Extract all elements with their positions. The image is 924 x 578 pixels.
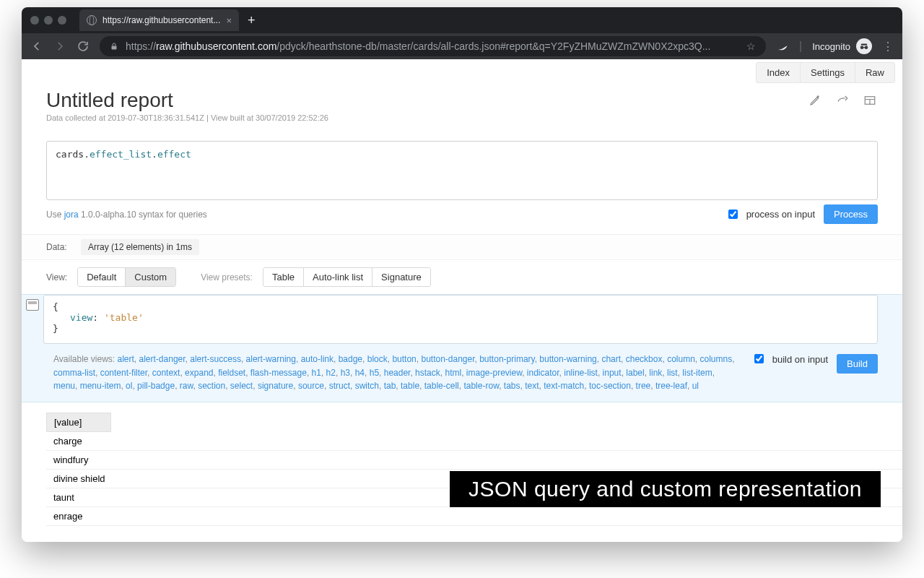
titlebar: https://raw.githubusercontent... × + <box>22 7 902 33</box>
available-view-link[interactable]: tab <box>384 381 396 391</box>
available-view-link[interactable]: ol <box>126 381 132 391</box>
page-content: Index Settings Raw Untitled report Data … <box>22 59 902 542</box>
available-view-link[interactable]: tree-leaf <box>655 381 687 391</box>
available-view-link[interactable]: table-cell <box>424 381 459 391</box>
available-view-link[interactable]: raw <box>180 381 193 391</box>
close-tab-icon[interactable]: × <box>226 15 232 26</box>
available-view-link[interactable]: label <box>626 368 644 378</box>
build-on-input-label: build on input <box>772 354 828 365</box>
available-view-link[interactable]: section <box>198 381 225 391</box>
browser-tab[interactable]: https://raw.githubusercontent... × <box>79 9 239 31</box>
share-icon[interactable] <box>834 93 850 108</box>
process-on-input-label: process on input <box>746 209 815 220</box>
preset-auto-link-list[interactable]: Auto-link list <box>303 268 372 286</box>
available-view-link[interactable]: toc-section <box>589 381 631 391</box>
available-view-link[interactable]: select <box>230 381 253 391</box>
available-view-link[interactable]: text <box>525 381 539 391</box>
url-bar[interactable]: https://raw.githubusercontent.com/pdyck/… <box>100 36 766 56</box>
available-view-link[interactable]: link <box>649 368 662 378</box>
available-view-link[interactable]: button-danger <box>421 354 474 364</box>
available-view-link[interactable]: expand <box>185 368 213 378</box>
back-icon[interactable] <box>30 40 43 53</box>
available-view-link[interactable]: header <box>384 368 411 378</box>
available-view-link[interactable]: alert <box>118 354 134 364</box>
available-view-link[interactable]: list <box>667 368 678 378</box>
available-view-link[interactable]: chart <box>601 354 621 364</box>
available-view-link[interactable]: alert-danger <box>139 354 186 364</box>
available-view-link[interactable]: button <box>392 354 416 364</box>
new-tab-button[interactable]: + <box>248 13 256 28</box>
available-view-link[interactable]: menu-item <box>80 381 121 391</box>
close-window-dot[interactable] <box>30 16 39 25</box>
process-button[interactable]: Process <box>824 204 878 224</box>
available-view-link[interactable]: content-filter <box>100 368 147 378</box>
layout-icon[interactable] <box>862 93 878 108</box>
globe-icon <box>87 15 97 25</box>
reload-icon[interactable] <box>77 40 90 53</box>
layout-toggle[interactable] <box>22 295 43 350</box>
available-view-link[interactable]: auto-link <box>301 354 334 364</box>
available-view-link[interactable]: hstack <box>415 368 440 378</box>
available-view-link[interactable]: list-item <box>682 368 712 378</box>
available-view-link[interactable]: signature <box>258 381 293 391</box>
available-view-link[interactable]: button-primary <box>479 354 534 364</box>
available-view-link[interactable]: block <box>367 354 388 364</box>
available-view-link[interactable]: flash-message <box>250 368 307 378</box>
process-on-input-checkbox[interactable] <box>728 210 738 219</box>
available-view-link[interactable]: alert-success <box>190 354 241 364</box>
tab-settings[interactable]: Settings <box>800 62 855 83</box>
available-view-link[interactable]: fieldset <box>218 368 245 378</box>
available-view-link[interactable]: tree <box>636 381 651 391</box>
available-view-link[interactable]: context <box>152 368 180 378</box>
available-view-link[interactable]: comma-list <box>53 368 95 378</box>
available-view-link[interactable]: h3 <box>341 368 350 378</box>
available-view-link[interactable]: h5 <box>370 368 379 378</box>
query-editor[interactable]: cards.effect_list.effect <box>46 141 878 200</box>
tab-index[interactable]: Index <box>756 62 801 83</box>
forward-icon[interactable] <box>53 40 66 53</box>
available-view-link[interactable]: badge <box>339 354 362 364</box>
browser-menu-icon[interactable]: ⋮ <box>882 40 894 53</box>
build-button[interactable]: Build <box>837 354 878 374</box>
build-on-input-checkbox[interactable] <box>754 354 764 363</box>
available-view-link[interactable]: h1 <box>312 368 321 378</box>
preset-signature[interactable]: Signature <box>372 268 430 286</box>
views-footer: Available views: alert, alert-danger, al… <box>22 350 902 402</box>
available-view-link[interactable]: table <box>401 381 419 391</box>
available-view-link[interactable]: text-match <box>544 381 584 391</box>
view-code-editor[interactable]: { view: 'table' } <box>43 295 878 344</box>
jora-link[interactable]: jora <box>64 210 79 220</box>
pencil-icon[interactable] <box>807 93 823 108</box>
available-view-link[interactable]: table-row <box>463 381 499 391</box>
available-view-link[interactable]: pill-badge <box>137 381 175 391</box>
tab-raw[interactable]: Raw <box>855 62 895 83</box>
available-view-link[interactable]: struct <box>329 381 350 391</box>
available-view-link[interactable]: switch <box>355 381 379 391</box>
available-view-link[interactable]: html <box>445 368 461 378</box>
available-view-link[interactable]: alert-warning <box>246 354 296 364</box>
view-default[interactable]: Default <box>78 268 125 286</box>
available-view-link[interactable]: button-warning <box>539 354 596 364</box>
zoom-window-dot[interactable] <box>58 16 66 25</box>
bookmark-star-icon[interactable]: ☆ <box>746 40 756 52</box>
minimize-window-dot[interactable] <box>44 16 53 25</box>
hint-suffix: 1.0.0-alpha.10 syntax for queries <box>79 210 207 220</box>
preset-table[interactable]: Table <box>263 268 303 286</box>
available-view-link[interactable]: h4 <box>355 368 365 378</box>
available-view-link[interactable]: menu <box>53 381 75 391</box>
swoosh-icon[interactable] <box>776 40 789 53</box>
available-view-link[interactable]: tabs <box>504 381 520 391</box>
available-view-link[interactable]: indicator <box>527 368 559 378</box>
available-view-link[interactable]: source <box>298 381 324 391</box>
available-view-link[interactable]: columns <box>700 354 733 364</box>
available-view-link[interactable]: column <box>667 354 695 364</box>
window-controls <box>30 16 66 25</box>
page-header: Untitled report Data collected at 2019-0… <box>22 83 902 126</box>
available-view-link[interactable]: input <box>603 368 622 378</box>
available-view-link[interactable]: checkbox <box>626 354 663 364</box>
available-view-link[interactable]: inline-list <box>564 368 598 378</box>
available-view-link[interactable]: image-preview <box>466 368 522 378</box>
view-custom[interactable]: Custom <box>125 268 175 286</box>
available-view-link[interactable]: h2 <box>326 368 336 378</box>
available-view-link[interactable]: ul <box>692 381 699 391</box>
